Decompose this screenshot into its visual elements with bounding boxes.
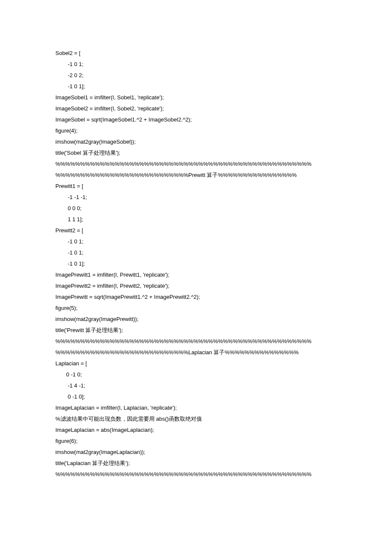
- document-page: Sobel2 = [ -1 0 1; -2 0 2; -1 0 1]; Imag…: [0, 0, 392, 514]
- code-line: imshow(mat2gray(ImagePrewitt));: [55, 314, 337, 325]
- code-line: title('Laplacian 算子处理结果');: [55, 458, 337, 469]
- code-line: 1 1 1];: [55, 214, 337, 225]
- code-line: -1 -1 -1;: [55, 192, 337, 203]
- code-line: -1 0 1;: [55, 236, 337, 247]
- code-line: ImagePrewitt2 = imfilter(I, Prewitt2, 'r…: [55, 280, 337, 292]
- code-line: %%%%%%%%%%%%%%%%%%%%%%%%%%%%%%%%%%%%%%%%…: [55, 159, 337, 170]
- code-line: ImageLaplacian = imfilter(I, Laplacian, …: [55, 402, 337, 413]
- code-line: -1 4 -1;: [55, 380, 337, 391]
- code-line: imshow(mat2gray(ImageLaplacian));: [55, 447, 337, 458]
- code-line: figure(6);: [55, 436, 337, 447]
- code-line: -1 0 1;: [55, 59, 337, 70]
- code-line: 0 -1 0;: [55, 369, 337, 380]
- code-line: %滤波结果中可能出现负数，因此需要用 abs()函数取绝对值: [55, 413, 337, 425]
- code-line: %%%%%%%%%%%%%%%%%%%%%%%%%%%Laplacian 算子%…: [55, 347, 337, 358]
- code-line: ImagePrewitt1 = imfilter(I, Prewitt1, 'r…: [55, 269, 337, 280]
- code-line: title('Prewitt 算子处理结果');: [55, 325, 337, 336]
- code-line: ImagePrewitt = sqrt(ImagePrewitt1.^2 + I…: [55, 292, 337, 303]
- code-line: figure(5);: [55, 303, 337, 314]
- code-line: -1 0 1];: [55, 81, 337, 92]
- code-line: Sobel2 = [: [55, 48, 337, 59]
- code-line: ImageSobel1 = imfilter(I, Sobel1, 'repli…: [55, 92, 337, 103]
- code-line: %%%%%%%%%%%%%%%%%%%%%%%%%%%Prewitt 算子%%%…: [55, 170, 337, 181]
- code-line: %%%%%%%%%%%%%%%%%%%%%%%%%%%%%%%%%%%%%%%%…: [55, 469, 337, 480]
- code-line: Prewitt1 = [: [55, 181, 337, 192]
- code-line: 0 -1 0];: [55, 391, 337, 402]
- code-line: -1 0 1];: [55, 258, 337, 269]
- code-line: ImageLaplacian = abs(ImageLaplacian);: [55, 425, 337, 436]
- code-line: imshow(mat2gray(ImageSobel));: [55, 136, 337, 147]
- code-line: figure(4);: [55, 125, 337, 136]
- code-line: Prewitt2 = [: [55, 225, 337, 236]
- code-line: Laplacian = [: [55, 358, 337, 369]
- code-line: -1 0 1;: [55, 247, 337, 258]
- code-line: title('Sobel 算子处理结果');: [55, 147, 337, 159]
- code-line: ImageSobel2 = imfilter(I, Sobel2, 'repli…: [55, 103, 337, 114]
- code-line: %%%%%%%%%%%%%%%%%%%%%%%%%%%%%%%%%%%%%%%%…: [55, 336, 337, 347]
- code-line: ImageSobel = sqrt(ImageSobel1.^2 + Image…: [55, 114, 337, 125]
- code-line: -2 0 2;: [55, 70, 337, 81]
- code-line: 0 0 0;: [55, 203, 337, 214]
